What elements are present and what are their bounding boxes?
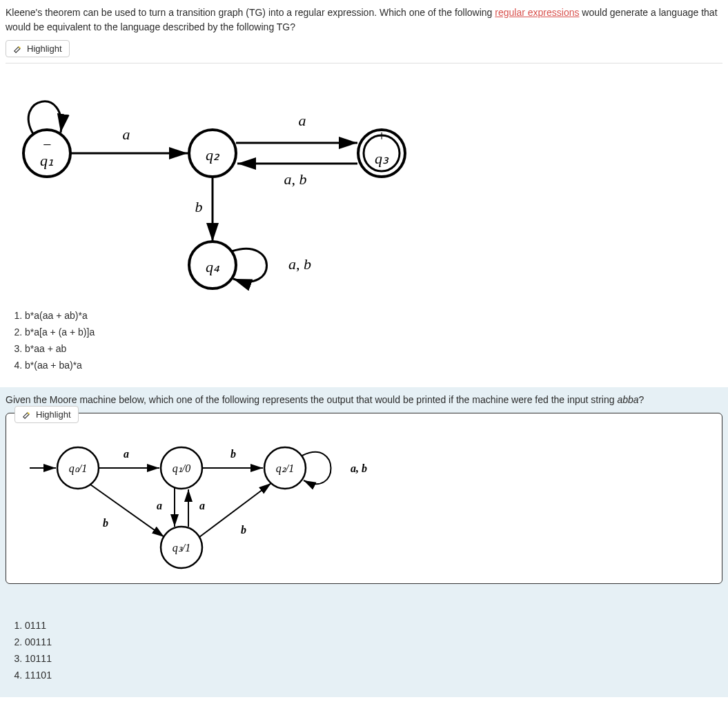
svg-text:−: − — [42, 136, 52, 153]
highlight-button-q1[interactable]: Highlight — [6, 40, 70, 57]
state-q3: q₃ — [375, 150, 389, 167]
highlight-button-q2[interactable]: Highlight — [14, 406, 79, 423]
state-q0: q₀/1 — [69, 462, 87, 475]
highlight-label: Highlight — [27, 43, 62, 54]
highlight-icon — [13, 44, 23, 54]
edge-q3-q2: b — [241, 524, 246, 536]
q2-answers: 0111 00111 10111 11101 — [6, 612, 722, 681]
q1-pre: Kleene's theorem can be used to turn a t… — [6, 7, 495, 18]
q2-input-string: abba — [617, 394, 638, 405]
question-1-text: Kleene's theorem can be used to turn a t… — [6, 6, 722, 35]
q1-answer-1[interactable]: b*a(aa + ab)*a — [25, 310, 722, 321]
q2-answer-1[interactable]: 0111 — [25, 620, 722, 631]
edge-q1-q3: a — [157, 500, 162, 511]
edge-q1-q2m: b — [230, 448, 236, 460]
q2-answer-3[interactable]: 10111 — [25, 653, 722, 664]
question-2-text: Given the Moore machine below, which one… — [6, 393, 722, 407]
edge-q0-q3: b — [103, 517, 108, 529]
moore-diagram-box: Highlight q₀/1 a q₁/0 b q₂ — [6, 413, 722, 584]
regular-expressions-link[interactable]: regular expressions — [495, 7, 579, 18]
svg-line-21 — [199, 483, 271, 537]
q2-post: ? — [639, 394, 645, 405]
svg-line-18 — [90, 485, 164, 537]
state-q1m: q₁/0 — [173, 462, 190, 475]
edge-q0-q1: a — [124, 448, 129, 460]
q1-answer-4[interactable]: b*(aa + ba)*a — [25, 360, 722, 371]
edge-q2-q3-top: a — [299, 112, 306, 129]
q2-pre: Given the Moore machine below, which one… — [6, 394, 617, 405]
q1-answers: b*a(aa + ab)*a b*a[a + (a + b)]a b*aa + … — [6, 302, 722, 371]
question-2: Given the Moore machine below, which one… — [0, 387, 728, 697]
edge-q2-q4: b — [195, 198, 203, 215]
edge-q2-loop: a, b — [351, 462, 367, 474]
svg-text:+: + — [377, 127, 387, 144]
state-q2: q₂ — [206, 146, 220, 164]
edge-q4-loop: a, b — [288, 255, 311, 273]
q1-answer-3[interactable]: b*aa + ab — [25, 343, 722, 354]
highlight-icon — [22, 410, 32, 420]
question-1: Kleene's theorem can be used to turn a t… — [0, 0, 728, 387]
edge-q3-q2-bot: a, b — [284, 170, 307, 188]
state-q2m: q₂/1 — [276, 462, 294, 475]
q2-answer-2[interactable]: 00111 — [25, 636, 722, 647]
tg-diagram: − q₁ b a q₂ a a, b + q₃ b — [6, 63, 722, 293]
state-q4: q₄ — [206, 258, 219, 275]
edge-q1-q2: a — [123, 126, 130, 143]
q1-answer-2[interactable]: b*a[a + (a + b)]a — [25, 326, 722, 338]
highlight-label: Highlight — [36, 409, 71, 420]
state-q3m: q₃/1 — [173, 542, 190, 554]
state-q1: q₁ — [40, 152, 54, 169]
edge-q3-q1: a — [199, 500, 205, 511]
q2-answer-4[interactable]: 11101 — [25, 670, 722, 681]
